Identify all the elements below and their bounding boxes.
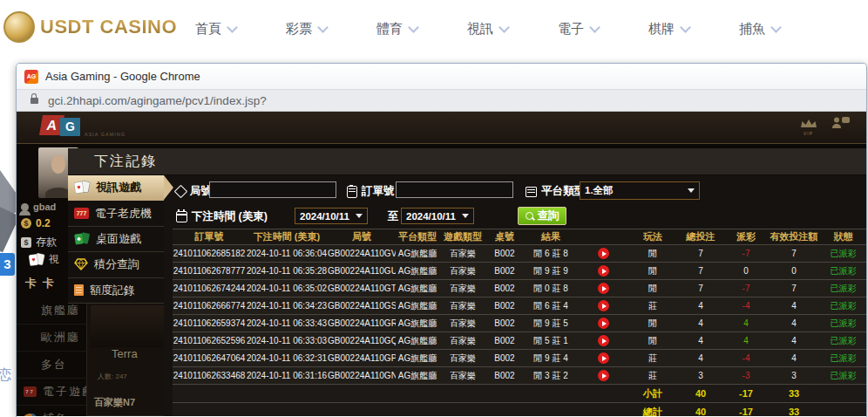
nav-item-sports[interactable]: 體育 <box>376 21 417 38</box>
date-from-select[interactable]: 2024/10/11 <box>295 208 368 224</box>
music-note-icon[interactable]: ♪ <box>865 116 867 128</box>
ag-header-icons: VIP ♪ <box>800 116 867 136</box>
play-video-button[interactable] <box>598 265 609 277</box>
play-video-button[interactable] <box>598 318 609 329</box>
sidebar-item-points[interactable]: 積分查詢 <box>68 252 164 277</box>
coin-logo-icon <box>3 11 35 43</box>
cell-platform: AG旗艦廳 <box>396 280 439 297</box>
site-nav: 首頁彩票體育視訊電子棋牌捕魚 <box>195 21 780 38</box>
cell-table: B002 <box>486 245 523 263</box>
chevron-down-icon <box>498 22 510 33</box>
cell-payout: 4 <box>723 315 769 332</box>
column-header: 派彩 <box>723 229 769 245</box>
sidebar-item-label: 桌面遊戲 <box>96 231 141 247</box>
background-glyph: 恋 <box>0 366 11 385</box>
sidebar-item-records[interactable]: 額度記錄 <box>68 278 164 304</box>
cell-valid-bet: 4 <box>769 350 819 367</box>
nav-item-home[interactable]: 首頁 <box>195 21 236 38</box>
play-video-button[interactable] <box>598 352 609 364</box>
column-header: 訂單號 <box>173 229 246 245</box>
document-icon <box>74 284 84 296</box>
ag-logo[interactable]: A G ASIA GAMING <box>41 115 119 141</box>
table-games-icon <box>74 232 90 246</box>
browser-titlebar[interactable]: AG Asia Gaming - Google Chrome <box>17 64 866 89</box>
browser-urlbar[interactable]: gci.2hhapi.com/agingame/pcv1/index.jsp? <box>17 89 866 112</box>
cell-order: 241011062678777 <box>173 263 246 280</box>
column-header: 總投注 <box>678 229 723 245</box>
cell-order: 241011062659374 <box>173 315 246 332</box>
play-video-button[interactable] <box>598 283 609 294</box>
cell-valid-bet: 4 <box>769 297 819 315</box>
cell-game: 百家樂 <box>439 245 486 263</box>
lobby-menu-label: 多台 <box>41 357 67 373</box>
cell-order: 241011062685182 <box>173 245 246 263</box>
cell-valid-bet: 4 <box>769 315 819 332</box>
search-button-label: 查詢 <box>538 208 559 223</box>
modal-sidebar: 視訊遊戲電子老虎機桌面遊戲積分查詢額度記錄 <box>68 175 164 304</box>
cell-round: GB00224A110GS <box>328 297 396 315</box>
cell-status: 已派彩 <box>819 315 866 332</box>
cell-result: 閒 0 莊 8 <box>523 280 579 297</box>
cell-time: 2024-10-11 06:33:03 <box>246 332 328 350</box>
egames-icon: 77 <box>24 386 37 397</box>
vip-button[interactable]: VIP <box>800 116 817 136</box>
platform-select[interactable]: 1.全部 <box>580 181 700 200</box>
dropdown-arrow-icon <box>356 214 363 218</box>
play-video-button[interactable] <box>598 370 609 381</box>
sidebar-item-slots[interactable]: 電子老虎機 <box>68 201 164 226</box>
cell-platform: AG旗艦廳 <box>396 367 439 385</box>
nav-item-label: 視訊 <box>467 21 493 38</box>
cell-platform: AG旗艦廳 <box>396 315 439 332</box>
cell-status: 已派彩 <box>819 332 866 350</box>
order-input[interactable] <box>396 181 513 198</box>
play-video-button[interactable] <box>598 300 609 311</box>
calendar-icon <box>176 211 187 222</box>
site-logo[interactable]: USDT CASINO <box>3 11 177 43</box>
table-row: 2410110626667742024-10-11 06:34:23GB0022… <box>173 297 866 315</box>
cell-table: B002 <box>486 332 523 350</box>
ag-logo-subtitle: ASIA GAMING <box>85 132 125 137</box>
nav-item-label: 首頁 <box>195 21 221 38</box>
modal-main: 局號 訂單號 平台類型 1.全部 <box>164 175 866 416</box>
window-title: Asia Gaming - Google Chrome <box>45 70 200 83</box>
round-label: 局號 <box>176 184 212 199</box>
search-button[interactable]: 查詢 <box>518 207 566 225</box>
nav-item-label: 電子 <box>558 21 584 38</box>
round-input[interactable] <box>209 181 336 198</box>
url-text: gci.2hhapi.com/agingame/pcv1/index.jsp? <box>48 94 267 107</box>
cell-result: 閒 9 莊 4 <box>523 350 579 367</box>
cell-play: 閒 <box>627 315 678 332</box>
nav-item-slots[interactable]: 電子 <box>558 21 599 38</box>
to-label: 至 <box>388 209 399 224</box>
cell-total-bet: 4 <box>678 350 723 367</box>
lobby-video-tab[interactable]: 視 <box>29 252 59 267</box>
lobby-user: gbad <box>21 202 56 212</box>
cell-round: GB00224A110GV <box>328 245 396 263</box>
deposit-icon: $ <box>21 237 31 248</box>
nav-item-live[interactable]: 視訊 <box>467 21 508 38</box>
cell-result: 閒 9 莊 5 <box>523 315 579 332</box>
deposit-button[interactable]: $ 存款 <box>21 235 57 250</box>
sidebar-item-video-games[interactable]: 視訊遊戲 <box>68 175 164 201</box>
play-video-button[interactable] <box>598 248 609 259</box>
dropdown-arrow-icon <box>462 214 469 218</box>
customer-service-icon[interactable] <box>832 116 851 128</box>
cell-payout: 4 <box>723 332 769 350</box>
play-video-button[interactable] <box>598 335 609 346</box>
column-header: 平台類型 <box>396 229 439 245</box>
playing-cards-icon <box>74 181 90 195</box>
nav-item-lottery[interactable]: 彩票 <box>286 21 327 38</box>
nav-item-cards[interactable]: 棋牌 <box>648 21 689 38</box>
cell-time: 2024-10-11 06:32:31 <box>246 350 328 367</box>
cell-order: 241011062633468 <box>173 367 246 385</box>
total-valid: 33 <box>769 403 819 417</box>
nav-item-fishing[interactable]: 捕魚 <box>739 21 780 38</box>
date-to-select[interactable]: 2024/10/11 <box>401 208 474 224</box>
cell-payout: -7 <box>723 245 769 263</box>
nav-item-label: 捕魚 <box>739 21 765 38</box>
balance-value: 0.2 <box>36 217 51 229</box>
lobby-card-tab[interactable]: 卡卡 <box>25 276 60 291</box>
cell-payout: -4 <box>723 297 769 315</box>
sidebar-item-table-games[interactable]: 桌面遊戲 <box>68 227 164 252</box>
lock-icon <box>31 98 38 104</box>
